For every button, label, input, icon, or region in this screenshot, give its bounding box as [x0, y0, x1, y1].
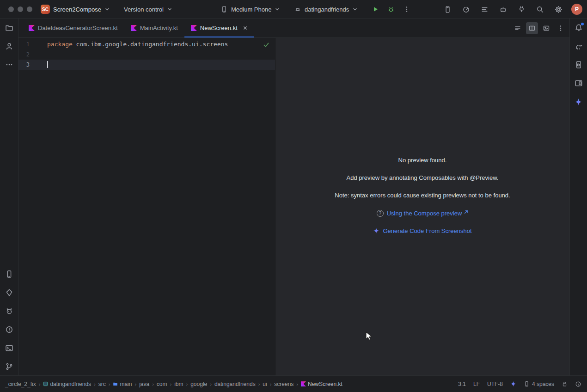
- gemini-sparkle-icon[interactable]: [572, 95, 585, 108]
- people-icon[interactable]: [3, 40, 16, 53]
- breadcrumb-item-file[interactable]: NewScreen.kt: [300, 381, 344, 387]
- logcat-icon[interactable]: [479, 4, 490, 15]
- search-icon[interactable]: [534, 4, 545, 15]
- more-run-options-icon[interactable]: [401, 4, 412, 15]
- tab-dateideasgeneratorscreen[interactable]: DateIdeasGeneratorScreen.kt: [22, 18, 124, 37]
- editor-tabbar: DateIdeasGeneratorScreen.kt MainActivity…: [18, 18, 569, 38]
- project-selector[interactable]: SC Screen2Compose: [41, 0, 110, 18]
- device-manager-icon[interactable]: [3, 268, 16, 281]
- logcat-tool-icon[interactable]: [3, 305, 16, 318]
- more-tool-windows-icon[interactable]: [3, 58, 16, 71]
- close-tab-icon[interactable]: [243, 25, 248, 31]
- sparkle-icon: [373, 227, 379, 234]
- indent-widget[interactable]: 4 spaces: [524, 381, 554, 387]
- split-view-icon[interactable]: [526, 22, 538, 34]
- running-devices-icon[interactable]: [442, 4, 453, 15]
- breadcrumb-separator: ›: [38, 381, 41, 387]
- statusbar: _circle_2_fix › datingandfriends › src ›…: [0, 375, 587, 392]
- app-inspection-icon[interactable]: [3, 286, 16, 299]
- tab-label: NewScreen.kt: [200, 24, 238, 31]
- breadcrumb-item[interactable]: google: [189, 381, 208, 387]
- generate-code-from-screenshot-link[interactable]: Generate Code From Screenshot: [275, 227, 569, 234]
- user-avatar[interactable]: P: [571, 4, 582, 15]
- device-selector[interactable]: Medium Phone: [220, 0, 280, 18]
- project-folder-icon[interactable]: [3, 21, 16, 34]
- statusbar-widgets: 3:1 LF UTF-8 4 spaces: [458, 381, 581, 387]
- breadcrumb-separator: ›: [108, 381, 111, 387]
- notifications-bell-icon[interactable]: [572, 21, 585, 34]
- breadcrumb-separator: ›: [134, 381, 137, 387]
- main-area: DateIdeasGeneratorScreen.kt MainActivity…: [0, 18, 587, 375]
- inspections-ok-icon[interactable]: [263, 42, 269, 48]
- compose-preview-panel: No preview found. Add preview by annotat…: [275, 38, 569, 375]
- editor-split: 1 package com.ibm.google.datingandfriend…: [18, 38, 569, 375]
- gutter-line-number[interactable]: 2: [18, 49, 30, 60]
- project-name: Screen2Compose: [53, 6, 101, 13]
- debug-icon[interactable]: [385, 4, 397, 15]
- code-keyword: package: [47, 39, 73, 49]
- breadcrumb-item[interactable]: src: [97, 381, 107, 387]
- generate-link-label: Generate Code From Screenshot: [383, 227, 471, 234]
- compose-preview-help-link[interactable]: ? Using the Compose preview: [275, 209, 569, 217]
- tab-options-kebab-icon[interactable]: [555, 22, 567, 34]
- code-editor[interactable]: 1 package com.ibm.google.datingandfriend…: [18, 38, 275, 375]
- problems-icon[interactable]: [3, 323, 16, 336]
- external-link-icon: [464, 210, 468, 214]
- minimize-window-button[interactable]: [18, 6, 23, 12]
- version-control-icon[interactable]: [3, 360, 16, 373]
- breadcrumb-item[interactable]: com: [155, 381, 169, 387]
- phone-icon: [220, 6, 228, 13]
- breadcrumb-item[interactable]: screens: [273, 381, 295, 387]
- source-root-icon: [113, 381, 118, 386]
- breadcrumb-item[interactable]: _circle_2_fix: [4, 381, 37, 387]
- tab-newscreen[interactable]: NewScreen.kt: [184, 18, 254, 37]
- encoding-widget[interactable]: UTF-8: [487, 381, 503, 387]
- lock-icon[interactable]: [562, 381, 568, 387]
- android-icon: [294, 6, 301, 13]
- terminal-icon[interactable]: [3, 342, 16, 355]
- chevron-down-icon: [167, 6, 172, 12]
- gutter-line-number[interactable]: 1: [18, 39, 30, 49]
- breadcrumb-separator: ›: [209, 381, 212, 387]
- gemini-status-icon[interactable]: [510, 381, 516, 387]
- line-ending-widget[interactable]: LF: [473, 381, 480, 387]
- help-question-icon: ?: [377, 210, 384, 217]
- gutter-line-number[interactable]: 3: [18, 60, 30, 70]
- caret-position-widget[interactable]: 3:1: [458, 381, 466, 387]
- version-control-label: Version control: [124, 6, 164, 13]
- breadcrumb-item[interactable]: datingandfriends: [42, 381, 92, 387]
- breadcrumb-separator: ›: [258, 381, 261, 387]
- kotlin-file-icon: [301, 381, 306, 386]
- device-pairing-icon[interactable]: [516, 4, 527, 15]
- breadcrumb-item[interactable]: main: [111, 381, 133, 387]
- breadcrumb-item[interactable]: java: [138, 381, 151, 387]
- design-view-icon[interactable]: [540, 22, 552, 34]
- editor-column: DateIdeasGeneratorScreen.kt MainActivity…: [18, 18, 569, 375]
- preview-hint-note: Note: syntax errors could cause existing…: [275, 192, 569, 199]
- code-line: 2: [18, 49, 275, 60]
- breadcrumb-item[interactable]: ui: [261, 381, 268, 387]
- titlebar-right-actions: P: [442, 0, 582, 18]
- gradle-icon[interactable]: [572, 40, 585, 53]
- emulator-icon[interactable]: [572, 77, 585, 90]
- code-view-icon[interactable]: [512, 22, 524, 34]
- settings-gear-icon[interactable]: [553, 4, 564, 15]
- version-control-widget[interactable]: Version control: [124, 0, 172, 18]
- breadcrumb-item[interactable]: ibm: [173, 381, 184, 387]
- info-icon[interactable]: [575, 381, 581, 387]
- tab-mainactivity[interactable]: MainActivity.kt: [124, 18, 184, 37]
- ai-assistant-icon[interactable]: [497, 4, 508, 15]
- close-window-button[interactable]: [8, 6, 14, 12]
- run-icon[interactable]: [370, 4, 381, 15]
- zoom-window-button[interactable]: [27, 6, 32, 12]
- run-configuration-selector[interactable]: datingandfriends: [294, 0, 358, 18]
- right-tool-stripe: [569, 18, 587, 375]
- run-configuration-label: datingandfriends: [305, 6, 349, 13]
- device-explorer-icon[interactable]: [572, 58, 585, 71]
- chevron-down-icon: [104, 6, 110, 12]
- breadcrumb-separator: ›: [170, 381, 172, 387]
- breadcrumb-item[interactable]: datingandfriends: [213, 381, 257, 387]
- profiler-icon[interactable]: [460, 4, 471, 15]
- run-actions: [370, 0, 412, 18]
- no-preview-title: No preview found.: [275, 157, 569, 164]
